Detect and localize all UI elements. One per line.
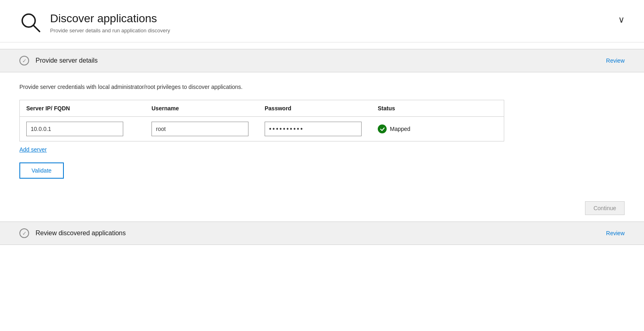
section2-check-icon: ✓ bbox=[19, 228, 29, 238]
section-provide-server: ✓ Provide server details Review Provide … bbox=[0, 49, 644, 215]
password-cell bbox=[265, 122, 378, 136]
page-container: Discover applications Provide server det… bbox=[0, 0, 644, 331]
credentials-description: Provide server credentials with local ad… bbox=[19, 84, 625, 90]
page-title: Discover applications bbox=[50, 12, 170, 25]
section1-check-icon: ✓ bbox=[19, 56, 29, 65]
col-header-password: Password bbox=[265, 105, 378, 112]
add-server-link[interactable]: Add server bbox=[19, 146, 47, 153]
svg-line-1 bbox=[34, 25, 40, 32]
section1-header: ✓ Provide server details Review bbox=[0, 49, 644, 72]
section1-review-link[interactable]: Review bbox=[606, 57, 625, 64]
col-header-status: Status bbox=[378, 105, 479, 112]
col-header-username: Username bbox=[152, 105, 265, 112]
table-row: Mapped bbox=[20, 117, 504, 141]
section-review-apps: ✓ Review discovered applications Review bbox=[0, 221, 644, 245]
status-cell: Mapped bbox=[378, 124, 479, 133]
search-icon bbox=[19, 11, 42, 34]
section2-header-left: ✓ Review discovered applications bbox=[19, 228, 126, 238]
section1-title: Provide server details bbox=[36, 57, 98, 64]
section1-content: Provide server credentials with local ad… bbox=[0, 72, 644, 192]
username-input[interactable] bbox=[152, 122, 248, 136]
server-ip-input[interactable] bbox=[26, 122, 123, 136]
section2-review-link[interactable]: Review bbox=[606, 230, 625, 236]
validate-button[interactable]: Validate bbox=[19, 162, 64, 179]
section2-header: ✓ Review discovered applications Review bbox=[0, 221, 644, 245]
header-left: Discover applications Provide server det… bbox=[19, 11, 170, 34]
section1-header-left: ✓ Provide server details bbox=[19, 56, 98, 65]
status-mapped-icon bbox=[378, 124, 387, 133]
header-text: Discover applications Provide server det… bbox=[50, 12, 170, 34]
chevron-down-icon[interactable]: ∨ bbox=[618, 11, 625, 25]
username-cell bbox=[152, 122, 265, 136]
status-label: Mapped bbox=[390, 126, 410, 132]
col-header-server-ip: Server IP/ FQDN bbox=[26, 105, 152, 112]
table-header-row: Server IP/ FQDN Username Password Status bbox=[20, 100, 504, 117]
page-header: Discover applications Provide server det… bbox=[0, 0, 644, 42]
continue-button[interactable]: Continue bbox=[585, 201, 625, 215]
server-ip-cell bbox=[26, 122, 152, 136]
page-subtitle: Provide server details and run applicati… bbox=[50, 27, 170, 34]
validate-button-container: Validate bbox=[19, 153, 625, 179]
section2-title: Review discovered applications bbox=[36, 230, 126, 237]
bottom-actions: Continue bbox=[0, 201, 644, 215]
credentials-table: Server IP/ FQDN Username Password Status bbox=[19, 100, 504, 141]
password-input[interactable] bbox=[265, 122, 362, 136]
